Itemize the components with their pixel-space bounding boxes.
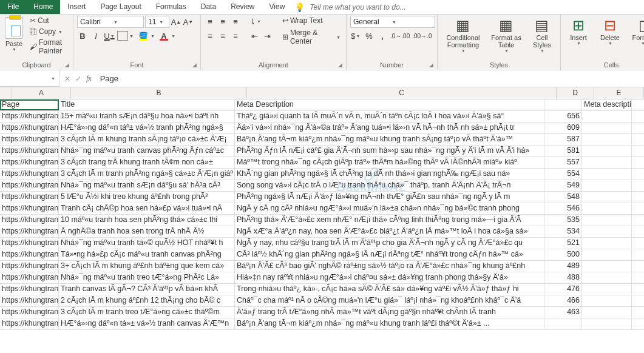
tab-view[interactable]: View [262, 0, 293, 14]
font-name-select[interactable]: Calibri▼ [77, 16, 144, 28]
cell[interactable]: Máº™t trong nhá»¯ng cÃ¡ch giÃºp tráº» th… [235, 157, 544, 168]
cell[interactable] [582, 111, 632, 122]
cell[interactable]: 587 [544, 134, 582, 145]
tab-review[interactable]: Review [223, 0, 262, 14]
cell[interactable]: https://khungtran [0, 226, 59, 237]
align-center-icon[interactable]: ≡ [217, 30, 228, 41]
cell[interactable] [582, 203, 632, 214]
align-bottom-icon[interactable]: ≡ [230, 16, 241, 27]
decrease-decimal-icon[interactable]: .00→.0 [412, 30, 432, 41]
align-middle-icon[interactable]: ≡ [217, 16, 228, 27]
select-all-corner[interactable] [0, 87, 12, 99]
cell[interactable]: Ã nghÄ©a tranh hoa sen trong trÃ­ nhÃ Ã½ [59, 226, 235, 237]
tab-formulas[interactable]: Formulas [149, 0, 194, 14]
cell[interactable]: Äá»'i vá»›i nhá»¯ng Ä'á»©a tráº» Ä'ang t… [235, 123, 544, 133]
copy-button[interactable]: ⿻Copy▼ [28, 27, 69, 36]
cell[interactable]: 534 [544, 226, 582, 237]
cell[interactable] [582, 249, 632, 260]
cell[interactable]: 546 [544, 203, 582, 214]
cell[interactable]: https://khungtran [0, 203, 59, 214]
paste-button[interactable]: Paste ▼ [4, 16, 24, 53]
align-top-icon[interactable]: ≡ [205, 16, 215, 27]
cell[interactable]: Ä'á»ƒ trang trÃ­ tÆ°á»ng nhÃ má»™t váº­t… [235, 307, 544, 318]
align-left-icon[interactable]: ≡ [205, 30, 215, 41]
cell[interactable] [582, 169, 632, 180]
cell[interactable] [582, 295, 632, 306]
cell[interactable]: Nhá»¯ng máº«u tranh canvas phÃ²ng Äƒn cá… [59, 146, 235, 156]
col-header-e[interactable]: E [594, 87, 644, 99]
cell[interactable]: https://khungtran [0, 146, 59, 156]
cell[interactable]: https://khungtran [0, 157, 59, 168]
name-box[interactable]: ▼ [0, 70, 59, 87]
tab-page-layout[interactable]: Page Layout [93, 0, 148, 14]
cell[interactable] [582, 261, 632, 272]
cell[interactable]: 521 [544, 238, 582, 249]
cell[interactable] [582, 238, 632, 249]
font-color-button[interactable]: A▼ [158, 30, 169, 41]
cell[interactable]: https://khungtran [0, 238, 59, 249]
format-painter-button[interactable]: 🖌Format Painter [28, 38, 69, 56]
italic-button[interactable]: I [90, 30, 101, 41]
cell[interactable]: Nhá»¯ng máº«u tranh sÆ¡n dáº§u sá' hÃ³a … [59, 180, 235, 191]
cell[interactable]: https://khungtran [0, 215, 59, 226]
cell[interactable]: NgÃ y cÃ ng cÃ³ nhiá»u ngÆ°á»›i muá»'n l… [235, 203, 544, 214]
cell[interactable]: 500 [544, 249, 582, 260]
cell[interactable] [582, 272, 632, 283]
cell[interactable]: KhÃ´ng gian phÃ²ng ngá»§ lÃ chÃ³ng ta dÃ… [235, 169, 544, 180]
cell[interactable]: https://khungtran [0, 111, 59, 122]
col-header-c[interactable]: C [247, 87, 557, 99]
cell[interactable]: https://khungtran [0, 284, 59, 295]
cell[interactable]: https://khungtran [0, 261, 59, 272]
cell[interactable] [582, 215, 632, 226]
align-right-icon[interactable]: ≡ [230, 30, 241, 41]
tab-home[interactable]: Home [26, 0, 60, 14]
increase-font-icon[interactable]: A▲ [171, 16, 181, 27]
cell-styles-button[interactable]: ▤Cell Styles▼ [527, 16, 557, 54]
percent-format-icon[interactable]: % [364, 30, 375, 41]
decrease-font-icon[interactable]: A▼ [183, 16, 194, 27]
cell[interactable]: Cháº¯c cha máº¹ nÃ o cÅ©ng muá»'n lÆ°u g… [235, 295, 544, 306]
paste-dropdown-icon[interactable]: ▼ [12, 47, 16, 52]
cell[interactable]: 476 [544, 284, 582, 295]
cell[interactable]: Tháº¿ giá»›i quanh ta lÃ muÃ´n vÃ n, muÃ… [235, 111, 544, 122]
cell[interactable]: 488 [544, 272, 582, 283]
orientation-icon[interactable]: ⤹▼ [249, 16, 261, 27]
cell[interactable]: Page [0, 99, 59, 110]
col-header-d[interactable]: D [557, 87, 594, 99]
increase-decimal-icon[interactable]: .0→.00 [390, 30, 410, 41]
wrap-text-button[interactable]: ↩Wrap Text [280, 16, 342, 25]
tab-insert[interactable]: Insert [60, 0, 93, 14]
cell[interactable]: Nhá»¯ng máº«u tranh treo tÆ°á»ng PhÃ²c L… [59, 272, 235, 283]
cell[interactable]: https://khungtran [0, 134, 59, 145]
cell[interactable]: 554 [544, 169, 582, 180]
cell[interactable]: https://khungtran [0, 295, 59, 306]
cell[interactable] [582, 146, 632, 156]
cell[interactable]: https://khungtran [0, 318, 59, 329]
dialog-launcher-icon[interactable]: ◢ [429, 62, 433, 68]
decrease-indent-icon[interactable]: ⇤ [249, 30, 260, 41]
cell[interactable]: https://khungtran [0, 180, 59, 191]
cell[interactable]: Song song vá»›i cÃ¡c trÃ o lÆ°u tranh th… [235, 180, 544, 191]
formula-input[interactable] [97, 73, 644, 84]
cell[interactable]: 10 máº«u tranh hoa sen phÃ²ng thá» cá»±c… [59, 215, 235, 226]
cell[interactable] [582, 284, 632, 295]
merge-center-button[interactable]: ⊞Merge & Center▼ [280, 28, 342, 46]
underline-button[interactable]: U▼ [104, 30, 115, 41]
cell[interactable]: CÃ³ láº½ khÃ´ng gian phÃ²ng ngá»§ lÃ nÆ¡… [235, 249, 544, 260]
cell[interactable] [544, 99, 582, 110]
dialog-launcher-icon[interactable]: ◢ [338, 62, 342, 68]
cancel-formula-icon[interactable]: ✕ [64, 75, 70, 83]
cell[interactable]: 3 cÃ¡ch trang trÃ­ khung tranh tÃ¢m non … [59, 157, 235, 168]
delete-cells-button[interactable]: ⊟Delete▼ [596, 16, 624, 47]
increase-indent-icon[interactable]: ⇥ [262, 30, 273, 41]
cell[interactable]: 557 [544, 157, 582, 168]
cell[interactable] [582, 134, 632, 145]
cell[interactable]: 3 cÃ¡ch lÃ m tranh phÃ²ng ngá»§ cá»±c Ä'… [59, 169, 235, 180]
cell[interactable] [582, 318, 632, 329]
cell[interactable]: 656 [544, 111, 582, 122]
cell[interactable]: 581 [544, 146, 582, 156]
cell[interactable]: Tá»•ng há»£p cÃ¡c máº«u tranh canvas phÃ… [59, 249, 235, 260]
cell[interactable] [544, 318, 582, 329]
number-format-select[interactable]: General▼ [350, 16, 435, 28]
cell[interactable]: Meta Description [235, 99, 544, 110]
